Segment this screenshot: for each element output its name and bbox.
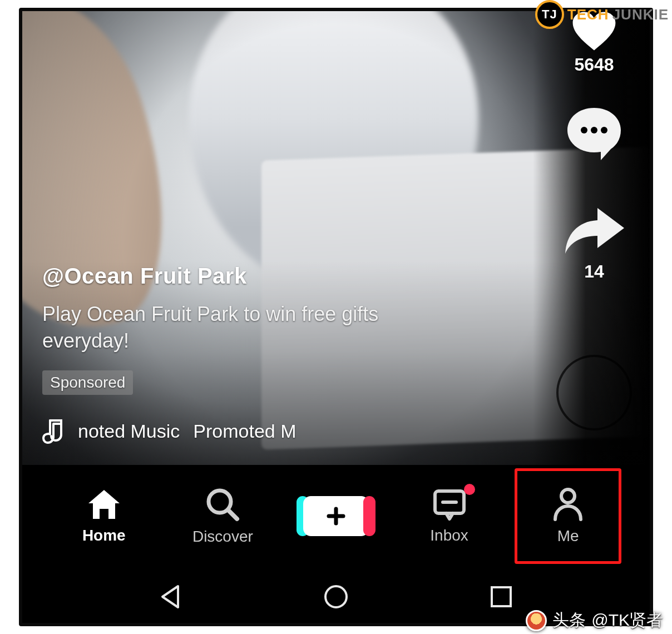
tj-logo-text: TJ: [542, 7, 557, 22]
plus-icon: [303, 496, 369, 536]
tab-home-label: Home: [82, 527, 126, 544]
music-text-segment-2: Promoted M: [193, 420, 296, 442]
attribution-prefix: 头条: [552, 609, 586, 632]
svg-point-2: [601, 127, 607, 133]
music-disc-button[interactable]: [559, 357, 630, 428]
tab-discover[interactable]: Discover: [172, 472, 273, 561]
source-attribution: 头条 @TK贤者: [526, 609, 663, 632]
techjunkie-badge: TJ TECHJUNKIE: [535, 0, 669, 29]
tab-me-label: Me: [557, 527, 579, 545]
square-icon: [488, 584, 514, 610]
svg-point-1: [591, 127, 597, 133]
action-rail: 5648 14: [555, 11, 633, 465]
video-info-overlay: @Ocean Fruit Park Play Ocean Fruit Park …: [42, 264, 527, 444]
techjunkie-logo-icon: TJ: [535, 0, 564, 29]
tab-inbox-label: Inbox: [430, 527, 468, 544]
techjunkie-word-1: TECH: [567, 6, 609, 23]
attribution-handle: @TK贤者: [591, 609, 663, 632]
search-icon: [205, 487, 240, 522]
music-disc-icon: [559, 357, 630, 428]
tab-create[interactable]: [291, 472, 381, 561]
inbox-icon: [432, 488, 467, 521]
sponsored-badge: Sponsored: [42, 370, 133, 395]
music-note-icon: [42, 418, 65, 444]
comment-icon: [565, 106, 623, 161]
create-button[interactable]: [303, 496, 369, 536]
circle-icon: [322, 583, 350, 611]
toutiao-logo-icon: [526, 610, 547, 631]
comment-button[interactable]: [555, 106, 633, 164]
like-count: 5648: [555, 55, 633, 75]
tab-inbox[interactable]: Inbox: [399, 472, 500, 561]
music-marquee[interactable]: noted Music Promoted M: [42, 418, 527, 444]
person-icon: [552, 487, 584, 522]
android-recent-button[interactable]: [485, 580, 518, 613]
svg-line-4: [228, 510, 237, 519]
video-feed-item[interactable]: 5648 14 @Ocean Fru: [22, 11, 650, 465]
svg-rect-11: [492, 587, 511, 606]
tab-home[interactable]: Home: [54, 472, 154, 561]
share-count: 14: [555, 261, 633, 282]
bottom-tab-bar: Home Discover: [22, 465, 650, 567]
svg-point-9: [561, 489, 575, 503]
notification-dot-icon: [464, 484, 475, 495]
tab-me[interactable]: Me: [518, 472, 618, 561]
share-icon: [563, 205, 625, 256]
creator-username[interactable]: @Ocean Fruit Park: [42, 264, 527, 289]
app-frame: 5648 14 @Ocean Fru: [19, 8, 653, 626]
android-home-button[interactable]: [319, 580, 353, 613]
video-caption[interactable]: Play Ocean Fruit Park to win free gifts …: [42, 301, 465, 355]
back-triangle-icon: [157, 583, 185, 611]
svg-point-0: [581, 127, 587, 133]
svg-point-10: [325, 586, 347, 607]
techjunkie-word-2: JUNKIE: [612, 6, 669, 23]
home-icon: [86, 488, 122, 521]
share-button[interactable]: 14: [555, 205, 633, 282]
android-back-button[interactable]: [154, 580, 187, 613]
tab-discover-label: Discover: [192, 528, 253, 546]
music-text-segment-1: noted Music: [78, 420, 180, 442]
